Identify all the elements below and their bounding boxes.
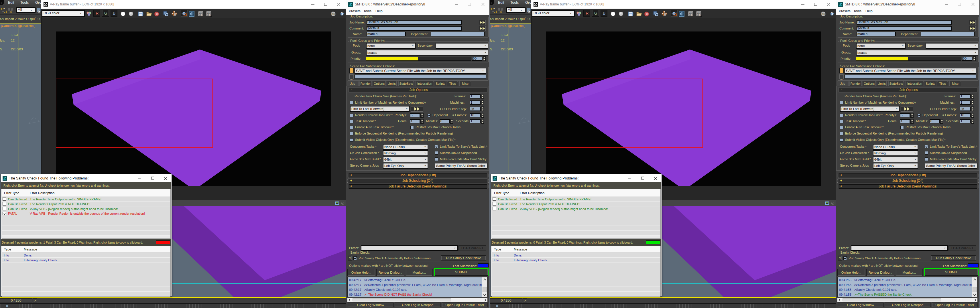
svg-text:B: B [699,14,700,16]
svg-text:A: A [689,12,691,14]
svg-text:A: A [207,12,209,14]
svg-text:oo: oo [500,11,502,13]
svg-text:B: B [209,14,210,16]
svg-text:B: B [691,14,692,16]
svg-text:A: A [697,12,699,14]
svg-text:oo: oo [10,11,12,13]
svg-text:B: B [201,14,202,16]
svg-text:STOP: STOP [821,13,826,15]
svg-text:STOP: STOP [331,13,336,15]
svg-text:A: A [199,12,201,14]
